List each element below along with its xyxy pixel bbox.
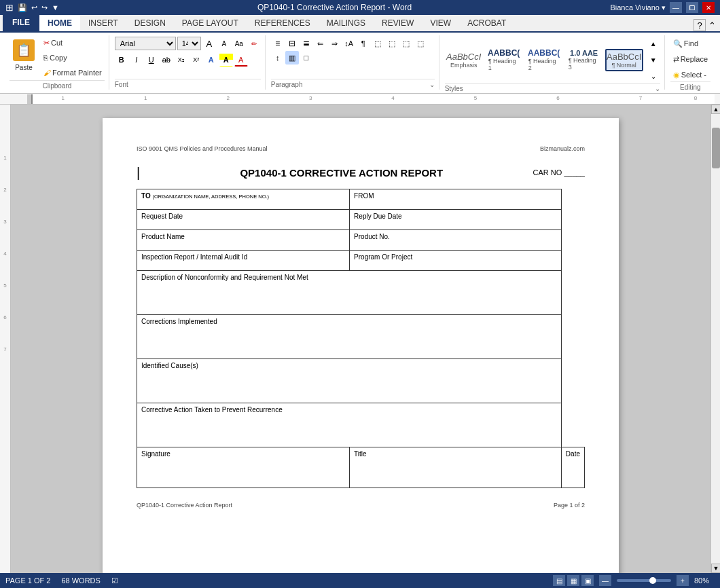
- scroll-up-button[interactable]: ▲: [711, 105, 720, 114]
- select-button[interactable]: ◉ Select -: [670, 68, 710, 81]
- font-family-select[interactable]: Arial: [115, 37, 176, 50]
- print-layout-view-button[interactable]: ▤: [553, 575, 565, 586]
- tab-acrobat[interactable]: ACROBAT: [459, 14, 514, 31]
- identified-cause-cell[interactable]: Identified Cause(s): [137, 359, 562, 403]
- sort-button[interactable]: ↕A: [342, 37, 356, 50]
- tab-file[interactable]: FILE: [3, 14, 39, 31]
- bullets-button[interactable]: ≡: [271, 37, 285, 50]
- style-heading2[interactable]: AABBC( ¶ Heading 2: [525, 46, 563, 73]
- tab-home[interactable]: HOME: [39, 14, 80, 31]
- font-color-button[interactable]: A: [234, 53, 248, 67]
- clear-format-button[interactable]: ✏: [247, 37, 261, 50]
- find-button[interactable]: 🔍 Find: [670, 37, 710, 50]
- nonconformity-cell[interactable]: Description of Nonconformity and Require…: [137, 271, 562, 315]
- tab-references[interactable]: REFERENCES: [247, 14, 319, 31]
- save-icon[interactable]: 💾: [18, 3, 27, 12]
- inspection-report-cell[interactable]: Inspection Report / Internal Audit Id: [137, 251, 350, 271]
- zoom-in-button[interactable]: +: [677, 575, 689, 586]
- proofing-icon[interactable]: ☑: [111, 576, 118, 585]
- product-name-label: Product Name: [141, 233, 185, 240]
- tab-view[interactable]: VIEW: [422, 14, 459, 31]
- justify-button[interactable]: ⬚: [414, 37, 427, 50]
- font-grow-button[interactable]: A: [202, 37, 216, 50]
- align-center-button[interactable]: ⬚: [385, 37, 399, 50]
- product-name-cell[interactable]: Product Name: [137, 230, 350, 251]
- web-layout-view-button[interactable]: ▣: [581, 575, 594, 586]
- underline-button[interactable]: U: [145, 53, 158, 67]
- shading-button[interactable]: ▥: [285, 51, 299, 65]
- zoom-slider[interactable]: [617, 579, 671, 582]
- undo-icon[interactable]: ↩: [31, 3, 37, 12]
- corrective-action-cell[interactable]: Corrective Action Taken to Prevent Recur…: [137, 403, 562, 447]
- line-spacing-button[interactable]: ↕: [271, 51, 285, 65]
- user-name[interactable]: Bianca Viviano ▾: [610, 3, 666, 12]
- strikethrough-button[interactable]: ab: [160, 53, 173, 67]
- customize-icon[interactable]: ▼: [52, 3, 59, 12]
- vertical-scrollbar[interactable]: ▲ ▼: [710, 105, 720, 573]
- identified-cause-label: Identified Cause(s): [141, 362, 198, 369]
- find-icon: 🔍: [673, 39, 683, 48]
- tab-mailings[interactable]: MAILINGS: [319, 14, 374, 31]
- scrollbar-thumb[interactable]: [712, 128, 720, 168]
- style-heading3[interactable]: 1.0 AAE ¶ Heading 3: [565, 47, 603, 73]
- align-left-button[interactable]: ⬚: [371, 37, 384, 50]
- paragraph-expand-icon[interactable]: ⌄: [429, 81, 435, 88]
- document-title[interactable]: QP1040-1 CORRECTIVE ACTION REPORT: [150, 167, 533, 179]
- font-shrink-button[interactable]: A: [217, 37, 231, 50]
- bold-button[interactable]: B: [115, 53, 128, 67]
- paste-button[interactable]: 📋 Paste: [10, 37, 38, 79]
- redo-icon[interactable]: ↪: [41, 3, 48, 12]
- document-area[interactable]: ISO 9001 QMS Policies and Procedures Man…: [11, 105, 710, 573]
- from-cell[interactable]: FROM: [350, 189, 562, 210]
- style-normal[interactable]: AaBbCcI ¶ Normal: [605, 49, 643, 71]
- zoom-out-button[interactable]: —: [599, 575, 611, 586]
- program-project-cell[interactable]: Program Or Project: [350, 251, 562, 271]
- tab-review[interactable]: REVIEW: [374, 14, 422, 31]
- styles-scroll-up-button[interactable]: ▲: [647, 37, 660, 50]
- zoom-thumb[interactable]: [649, 577, 656, 584]
- word-count: 68 WORDS: [61, 576, 100, 585]
- decrease-indent-button[interactable]: ⇐: [314, 37, 327, 50]
- window-title: QP1040-1 Corrective Action Report - Word: [59, 3, 610, 12]
- reply-due-date-cell[interactable]: Reply Due Date: [350, 210, 562, 230]
- increase-indent-button[interactable]: ⇒: [328, 37, 342, 50]
- styles-more-button[interactable]: ⌄: [647, 69, 660, 83]
- restore-button[interactable]: ⧠: [686, 2, 698, 13]
- minimize-button[interactable]: —: [670, 2, 682, 13]
- close-button[interactable]: ✕: [702, 2, 715, 13]
- tab-page-layout[interactable]: PAGE LAYOUT: [174, 14, 247, 31]
- text-highlight-button[interactable]: A: [219, 53, 233, 67]
- to-cell[interactable]: TO (ORGANIZATION NAME, ADDRESS, PHONE NO…: [137, 189, 350, 210]
- subscript-button[interactable]: X₂: [175, 53, 188, 67]
- ribbon-collapse-icon[interactable]: ⌃: [708, 20, 716, 31]
- align-right-button[interactable]: ⬚: [399, 37, 413, 50]
- change-case-button[interactable]: Aa: [232, 37, 246, 50]
- text-effects-button[interactable]: A: [204, 53, 218, 67]
- styles-scroll-down-button[interactable]: ▼: [647, 53, 660, 67]
- scroll-down-button[interactable]: ▼: [711, 564, 720, 573]
- signature-cell[interactable]: Signature: [137, 447, 350, 488]
- tab-insert[interactable]: INSERT: [80, 14, 126, 31]
- product-no-cell[interactable]: Product No.: [350, 230, 562, 251]
- copy-button[interactable]: ⎘ Copy: [41, 51, 105, 65]
- italic-button[interactable]: I: [130, 53, 143, 67]
- corrections-cell[interactable]: Corrections Implemented: [137, 315, 562, 359]
- title-cell[interactable]: Title: [350, 447, 562, 488]
- replace-button[interactable]: ⇄ Replace: [670, 52, 710, 66]
- font-size-select[interactable]: 14: [177, 37, 201, 50]
- borders-button[interactable]: □: [300, 51, 313, 65]
- styles-expand-icon[interactable]: ⌄: [655, 85, 660, 92]
- numbering-button[interactable]: ⊟: [285, 37, 299, 50]
- date-cell[interactable]: Date: [561, 447, 584, 488]
- help-icon[interactable]: ?: [694, 19, 706, 31]
- tab-design[interactable]: DESIGN: [126, 14, 174, 31]
- request-date-cell[interactable]: Request Date: [137, 210, 350, 230]
- cut-button[interactable]: ✂ Cut: [41, 36, 105, 50]
- format-painter-button[interactable]: 🖌 Format Painter: [41, 66, 105, 79]
- superscript-button[interactable]: X²: [190, 53, 203, 67]
- multilevel-button[interactable]: ≣: [300, 37, 313, 50]
- full-screen-view-button[interactable]: ▦: [567, 575, 579, 586]
- style-heading1[interactable]: AABBC( ¶ Heading 1: [485, 46, 523, 73]
- style-emphasis[interactable]: AaBbCcI Emphasis: [445, 50, 483, 71]
- show-marks-button[interactable]: ¶: [357, 37, 370, 50]
